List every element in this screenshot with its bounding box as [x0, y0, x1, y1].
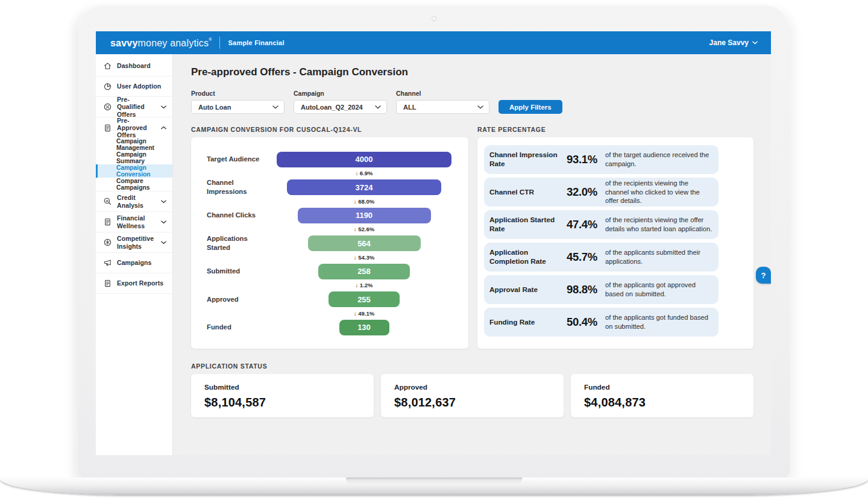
funnel-step: Approved 255 — [207, 291, 454, 308]
status-card-label: Submitted — [204, 383, 360, 391]
filter-campaign: Campaign AutoLoan_Q2_2024 — [294, 90, 387, 114]
rate-value: 50.4% — [564, 316, 602, 329]
topbar-divider — [219, 37, 220, 49]
funnel-step-label: Channel Impressions — [207, 178, 274, 196]
funnel-drop: ↓ 49.1% — [207, 308, 454, 320]
brand-light: money analytics — [138, 38, 209, 48]
rate-value: 32.0% — [564, 185, 602, 199]
funnel-drop: ↓ 54.3% — [207, 252, 454, 264]
status-card-label: Funded — [584, 383, 740, 391]
funnel-drop-label: ↓ 54.3% — [274, 254, 454, 261]
funnel-step-label: Target Audience — [207, 155, 274, 164]
help-question-mark: ? — [761, 271, 766, 280]
sidebar-item-label: Campaigns — [117, 259, 166, 266]
brand-logo[interactable]: savvymoney analytics® — [110, 37, 212, 49]
funnel-bar-value: 564 — [357, 239, 371, 248]
user-menu[interactable]: Jane Savvy — [709, 39, 758, 47]
campaign-select[interactable]: AutoLoan_Q2_2024 — [294, 100, 387, 114]
campaign-select-value: AutoLoan_Q2_2024 — [301, 104, 363, 111]
filters-bar: Product Auto Loan Campaign AutoLoan_Q2_2… — [191, 90, 753, 114]
sidebar-item-label: Dashboard — [117, 62, 166, 69]
chevron-down-icon — [752, 41, 758, 45]
webcam-dot — [432, 16, 436, 21]
funnel-bar[interactable]: 1190 — [298, 208, 431, 223]
funnel-drop-label: ↓ 68.0% — [274, 198, 454, 205]
channel-select-value: ALL — [403, 104, 416, 111]
sidebar-item-label: Pre-Approved Offers — [117, 117, 156, 139]
rate-row: Application Completion Rate 45.7% of the… — [484, 243, 719, 272]
rate-value: 93.1% — [564, 153, 602, 166]
sidebar-item-label: User Adoption — [117, 82, 166, 90]
rate-value: 45.7% — [564, 251, 602, 264]
sidebar-item-financial-wellness[interactable]: Financial Wellness — [96, 212, 172, 232]
sidebar-item-label: Pre-Qualified Offers — [117, 96, 156, 117]
sidebar-item-competitive-insights[interactable]: Competitive Insights — [96, 232, 172, 253]
sidebar-item-campaign-management[interactable]: Campaign Management — [96, 138, 172, 151]
rate-label: Application Started Rate — [489, 216, 564, 233]
rate-label: Approval Rate — [489, 285, 564, 294]
document-icon — [103, 123, 112, 132]
rate-label: Channel CTR — [489, 188, 564, 197]
chevron-down-icon — [161, 220, 166, 224]
sidebar-item-user-adoption[interactable]: User Adoption — [96, 76, 172, 97]
top-bar: savvymoney analytics® Sample Financial J… — [96, 31, 771, 54]
sidebar-item-export-reports[interactable]: Export Reports — [96, 273, 172, 294]
funnel-bar[interactable]: 130 — [339, 320, 389, 335]
screen: savvymoney analytics® Sample Financial J… — [96, 31, 771, 455]
sidebar-item-pre-qualified-offers[interactable]: Pre-Qualified Offers — [96, 97, 172, 117]
funnel-bar[interactable]: 4000 — [277, 152, 451, 167]
status-card-label: Approved — [394, 383, 550, 391]
sidebar-item-label: Export Reports — [117, 279, 166, 287]
funnel-bar-value: 130 — [357, 323, 371, 332]
funnel-bar-value: 255 — [357, 295, 371, 304]
sidebar-subitem-label: Campaign Conversion — [116, 164, 172, 178]
funnel-bar[interactable]: 564 — [308, 235, 421, 251]
laptop-base-notch — [346, 478, 522, 485]
funnel-drop: ↓ 52.6% — [207, 223, 454, 235]
funnel-step-label: Funded — [207, 323, 274, 332]
funnel-step: Submitted 258 — [207, 263, 454, 279]
product-select[interactable]: Auto Loan — [191, 100, 285, 114]
sidebar-item-campaign-conversion[interactable]: Campaign Conversion — [96, 164, 172, 178]
filter-channel: Channel ALL — [396, 90, 489, 114]
sidebar-item-credit-analysis[interactable]: Credit Analysis — [96, 191, 172, 212]
pie-chart-icon — [103, 82, 112, 91]
funnel-step-label: Channel Clicks — [207, 211, 274, 220]
filter-label: Channel — [396, 90, 489, 97]
funnel-bar[interactable]: 258 — [318, 264, 410, 279]
apply-filters-button[interactable]: Apply Filters — [498, 100, 562, 114]
help-button[interactable]: ? — [756, 267, 771, 284]
status-card-value: $4,084,873 — [584, 396, 740, 409]
funnel-drop: ↓ 68.0% — [207, 196, 454, 208]
funnel-bar[interactable]: 3724 — [287, 179, 441, 195]
funnel-section-title: CAMPAIGN CONVERSION FOR CUSOCAL-Q124-VL — [191, 126, 468, 133]
filter-label: Product — [191, 90, 285, 97]
rate-description: of the applicants got funded based on su… — [602, 313, 712, 331]
funnel-bar-value: 258 — [357, 267, 371, 276]
magnifier-chart-icon — [103, 197, 112, 206]
rate-panel: Channel Impression Rate 93.1% of the tar… — [477, 137, 753, 349]
user-name: Jane Savvy — [709, 39, 749, 47]
sidebar-item-campaigns[interactable]: Campaigns — [96, 253, 172, 273]
rate-description: of the target audience received the camp… — [602, 151, 712, 168]
funnel-step-label: Approved — [207, 295, 274, 304]
sidebar-subitem-label: Campaign Management — [116, 138, 172, 151]
rate-description: of the applicants got approved based on … — [602, 281, 712, 298]
home-icon — [103, 61, 112, 70]
funnel-step: Funded 130 — [207, 319, 454, 335]
sidebar-item-compare-campaigns[interactable]: Compare Campaigns — [96, 178, 172, 191]
sidebar-subitem-label: Campaign Summary — [116, 151, 172, 164]
funnel-drop: ↓ 1.2% — [207, 279, 454, 291]
funnel-step: Channel Clicks 1190 — [207, 207, 454, 223]
channel-select[interactable]: ALL — [396, 100, 489, 114]
funnel-bar[interactable]: 255 — [329, 291, 400, 307]
funnel-bar-value: 4000 — [356, 155, 373, 164]
sidebar-item-label: Competitive Insights — [117, 235, 156, 249]
funnel-chart: Target Audience 4000 ↓ 6.9% Channel Impr… — [191, 137, 468, 349]
sidebar-item-campaign-summary[interactable]: Campaign Summary — [96, 151, 172, 164]
sidebar-item-label: Credit Analysis — [117, 194, 156, 208]
sidebar-item-pre-approved-offers[interactable]: Pre-Approved Offers — [96, 117, 172, 138]
chevron-down-icon — [272, 105, 278, 109]
funnel-step-label: Submitted — [207, 267, 274, 276]
sidebar-item-dashboard[interactable]: Dashboard — [96, 56, 172, 76]
